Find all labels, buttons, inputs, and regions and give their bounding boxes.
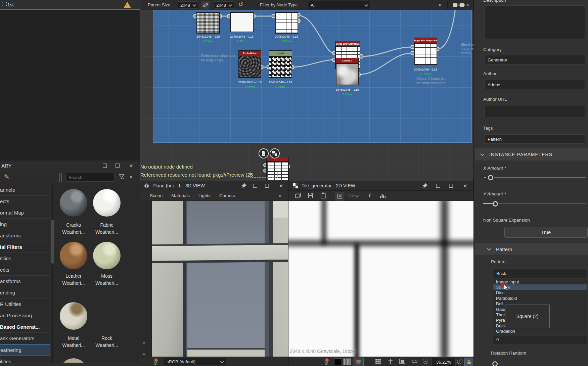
channels-button[interactable] — [353, 358, 364, 366]
close-view-icon[interactable]: ✕ — [279, 183, 283, 188]
info-icon[interactable]: i — [369, 192, 370, 198]
view3d-viewport[interactable] — [152, 201, 288, 357]
rotation-random-slider[interactable] — [491, 360, 588, 366]
graph-node-levels[interactable]: Levels 2048x2048 – L16 0.24ms — [269, 50, 292, 89]
filter-funnel-icon[interactable] — [119, 174, 125, 180]
graph-node-clouds[interactable]: Clouds 2 2048x2048 – L16 7.02ms — [336, 58, 359, 96]
uv-toggle[interactable]: UV — [348, 193, 358, 198]
library-category[interactable]: ask Generators — [0, 333, 50, 344]
pattern-dropdown[interactable]: Brick — [493, 269, 587, 278]
x-amount-slider[interactable] — [483, 174, 587, 181]
instance-parameters-header[interactable]: INSTANCE PARAMETERS — [475, 148, 588, 161]
library-category[interactable]: ects — [0, 264, 50, 276]
zoom-out-icon[interactable]: − — [423, 359, 428, 364]
pattern-option[interactable]: Gradation — [493, 329, 587, 334]
splitter-handle[interactable] — [61, 173, 62, 182]
float-panel-icon[interactable] — [103, 164, 107, 168]
material-thumb-fabric[interactable] — [93, 189, 121, 217]
fit-1-1-icon[interactable]: ‹1:1› — [411, 359, 418, 363]
pattern-section-header[interactable]: Pattern — [475, 243, 588, 255]
export-button[interactable] — [335, 192, 344, 200]
graph-node-noise[interactable]: 2048x2048 – L16 0.17ms — [196, 12, 220, 34]
library-category[interactable]: R Utilities — [0, 299, 50, 310]
material-thumb-metal[interactable] — [60, 302, 87, 330]
author-field[interactable]: Adobe — [484, 80, 585, 89]
description-textarea[interactable] — [484, 5, 585, 39]
node-type-filter-dropdown[interactable]: All — [308, 1, 370, 9]
copy-image-icon[interactable] — [295, 193, 301, 198]
library-category[interactable]: ilities — [0, 356, 50, 366]
pattern-badge[interactable] — [270, 148, 280, 158]
tags-field[interactable]: Pattern — [484, 134, 585, 144]
category-field[interactable]: Generator — [484, 55, 585, 64]
graph-node-slope-blur-2[interactable]: Slope Blur Grayscale 2048x2048 – L16 11.… — [414, 38, 437, 76]
graph-node-blank[interactable]: 2048x2048 – L16 2.40ms — [230, 12, 254, 32]
library-overflow-icon[interactable]: » — [130, 174, 132, 179]
material-thumb-rock[interactable] — [93, 302, 121, 330]
parent-height-dropdown[interactable]: 2048 — [214, 1, 234, 9]
nonsquare-true-button[interactable]: True — [504, 227, 588, 238]
pattern-option[interactable]: Image Input — [493, 279, 587, 284]
parent-width-dropdown[interactable]: 2048 — [178, 1, 198, 9]
graph-node-brick[interactable]: 2048x2048 – L16 7.05ms — [275, 12, 298, 34]
library-category[interactable]: Click — [0, 253, 50, 264]
y-amount-slider[interactable] — [483, 200, 587, 208]
menu-lights[interactable]: Lights — [198, 193, 211, 198]
float-view-icon[interactable] — [436, 184, 440, 188]
library-category[interactable]: ing — [0, 219, 50, 230]
maximize-panel-icon[interactable] — [116, 164, 120, 168]
pin-icon[interactable] — [241, 183, 246, 188]
paste-icon[interactable] — [321, 192, 326, 198]
splitter-handle[interactable] — [59, 173, 60, 182]
library-category[interactable]: ial Filters — [0, 241, 50, 253]
library-category[interactable]: ending — [0, 287, 50, 299]
library-category[interactable]: Based Generat... — [0, 321, 50, 333]
zoom-value-box[interactable]: 36.21% — [432, 358, 456, 366]
close-view-icon[interactable]: ✕ — [463, 183, 467, 188]
zoom-in-icon[interactable]: + — [457, 359, 462, 364]
toolbar-overflow-icon-2[interactable]: » — [467, 2, 470, 8]
menu-scene[interactable]: Scene — [150, 193, 163, 198]
background-swatch-black[interactable] — [334, 358, 342, 365]
maximize-view-icon[interactable] — [449, 184, 453, 188]
tile-grid-icon[interactable] — [375, 359, 381, 365]
library-category[interactable]: ansforms — [0, 230, 50, 241]
material-thumb-partial[interactable] — [60, 358, 87, 363]
author-url-field[interactable] — [484, 106, 585, 117]
node-graph-view[interactable]: 2048x2048 – L16 0.17ms 2048x2048 – L16 2… — [140, 10, 473, 181]
reset-size-icon[interactable]: ↺ — [238, 1, 243, 8]
library-category-selected[interactable]: eathering — [0, 344, 50, 356]
pin-icon[interactable] — [422, 183, 427, 188]
library-category[interactable]: ormal Map — [0, 207, 50, 219]
tab-1st[interactable]: 1st — [7, 2, 14, 7]
close-panel-icon[interactable]: ✕ — [129, 163, 133, 168]
node-connection-icon[interactable] — [453, 2, 465, 8]
float-view-icon[interactable] — [253, 184, 257, 188]
pattern-option[interactable]: Paraboloid — [493, 295, 587, 301]
menubar-overflow-icon[interactable]: » — [279, 192, 281, 198]
toolbar3d-overflow-icon-2[interactable]: » — [142, 351, 145, 357]
image-frame-icon[interactable] — [399, 359, 405, 364]
material-thumb-moss[interactable] — [93, 242, 121, 269]
library-category[interactable]: annels — [0, 184, 50, 196]
pattern-input-offset[interactable]: 0 — [493, 335, 587, 344]
link-sizes-button[interactable] — [201, 1, 210, 9]
save-icon[interactable] — [308, 193, 314, 198]
histogram-icon[interactable] — [380, 193, 386, 198]
edit-pencil-icon[interactable]: ✎ — [4, 173, 9, 181]
toolbar-overflow-icon[interactable]: » — [439, 2, 442, 8]
library-category[interactable]: ansforms — [0, 276, 50, 287]
menu-camera[interactable]: Camera — [219, 193, 235, 198]
maximize-view-icon[interactable] — [265, 184, 269, 188]
background-swatch-gray[interactable] — [343, 358, 351, 365]
search-input[interactable] — [65, 173, 115, 182]
library-list-scrollbar[interactable] — [51, 184, 54, 363]
preview-badge[interactable] — [259, 148, 269, 158]
material-thumb-cracks[interactable] — [60, 189, 87, 217]
library-category[interactable]: an Processing — [0, 310, 50, 321]
menu-materials[interactable]: Materials — [171, 193, 190, 198]
toolbar3d-overflow-icon[interactable]: » — [142, 340, 145, 345]
pixel-inspector-icon[interactable] — [388, 358, 393, 365]
colorspace-dropdown[interactable]: sRGB (default) — [164, 358, 226, 365]
view2d-canvas[interactable]: 2048 x 2048 (Grayscale, 16bpc) — [288, 201, 473, 357]
